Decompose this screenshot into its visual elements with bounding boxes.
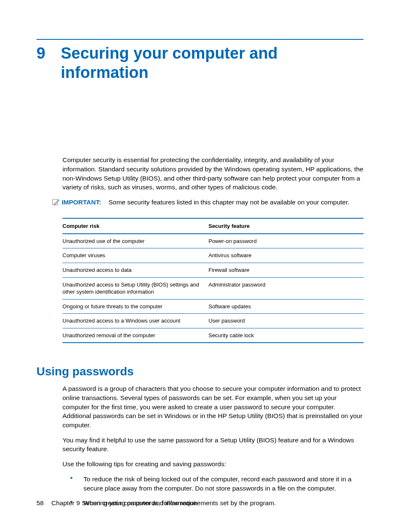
important-note: IMPORTANT: Some security features listed… <box>52 198 364 208</box>
feature-cell: Antivirus software <box>208 248 364 263</box>
risk-cell: Unauthorized access to Setup Utility (BI… <box>62 277 208 299</box>
risk-cell: Computer viruses <box>62 248 208 263</box>
feature-cell: Software updates <box>208 299 364 314</box>
chapter-title: Securing your computer and information <box>61 44 364 82</box>
important-body: Some security features listed in this ch… <box>109 199 350 206</box>
page-content: 9 Securing your computer and information… <box>0 0 400 508</box>
page-footer: 58 Chapter 9 Securing your computer and … <box>36 499 197 507</box>
table-header-feature: Security feature <box>208 218 364 234</box>
feature-cell: Administrator password <box>208 277 364 299</box>
table-row: Unauthorized removal of the computer Sec… <box>62 328 364 343</box>
risk-cell: Unauthorized access to data <box>62 263 208 278</box>
section-paragraph: A password is a group of characters that… <box>62 384 364 429</box>
chapter-top-rule <box>36 39 364 40</box>
intro-paragraph: Computer security is essential for prote… <box>62 155 364 192</box>
note-icon <box>52 198 60 208</box>
table-row: Ongoing or future threats to the compute… <box>62 299 364 314</box>
table-row: Unauthorized access to Setup Utility (BI… <box>62 277 364 299</box>
risk-cell: Unauthorized access to a Windows user ac… <box>62 314 208 328</box>
feature-cell: Firewall software <box>208 263 364 278</box>
important-text-wrapper: IMPORTANT: Some security features listed… <box>62 198 349 207</box>
feature-cell: Power-on password <box>208 234 364 248</box>
table-row: Unauthorized access to a Windows user ac… <box>62 314 364 328</box>
risk-cell: Ongoing or future threats to the compute… <box>62 299 208 314</box>
chapter-number: 9 <box>36 44 48 63</box>
page-number: 58 <box>36 499 44 506</box>
risk-cell: Unauthorized use of the computer <box>62 234 208 248</box>
feature-cell: User password <box>208 314 364 328</box>
security-risk-table: Computer risk Security feature Unauthori… <box>62 218 364 343</box>
section-paragraph: Use the following tips for creating and … <box>62 460 364 469</box>
footer-text: Chapter 9 Securing your computer and inf… <box>52 499 197 506</box>
table-header-risk: Computer risk <box>62 218 208 234</box>
table-row: Unauthorized use of the computer Power-o… <box>62 234 364 248</box>
chapter-header: 9 Securing your computer and information <box>36 44 364 82</box>
table-row: Computer viruses Antivirus software <box>62 248 364 263</box>
section-heading-passwords: Using passwords <box>36 365 364 378</box>
risk-cell: Unauthorized removal of the computer <box>62 328 208 343</box>
feature-cell: Security cable lock <box>208 328 364 343</box>
important-label: IMPORTANT: <box>62 199 101 206</box>
section-paragraph: You may find it helpful to use the same … <box>62 436 364 454</box>
table-row: Unauthorized access to data Firewall sof… <box>62 263 364 278</box>
table-header-row: Computer risk Security feature <box>62 218 364 234</box>
list-item: To reduce the risk of being locked out o… <box>70 475 364 493</box>
